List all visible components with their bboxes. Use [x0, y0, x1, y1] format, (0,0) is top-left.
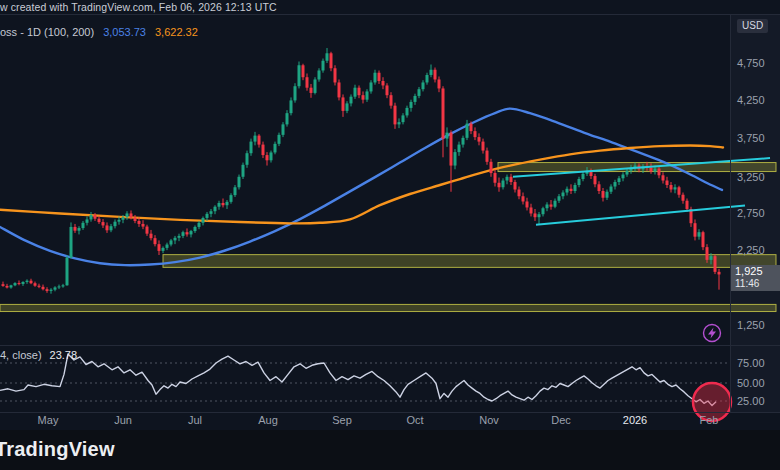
candle-body [514, 182, 517, 189]
candle-body [142, 224, 145, 227]
candle-body [678, 187, 681, 194]
candle-body [150, 234, 153, 238]
candle-body [358, 88, 361, 95]
candle-body [522, 196, 525, 201]
candle-body [526, 201, 529, 207]
candle-body [62, 285, 65, 286]
candle-body [46, 289, 49, 291]
candle-body [78, 228, 81, 231]
candle-body [410, 102, 413, 108]
candle-body [718, 272, 721, 275]
candle-body [714, 256, 717, 272]
candle-body [290, 100, 293, 113]
candle-body [334, 68, 337, 82]
candle-body [90, 215, 93, 219]
candle-body [110, 226, 113, 230]
candle-body [102, 222, 105, 225]
candle-body [390, 95, 393, 105]
candle-body [66, 258, 69, 286]
candle-body [162, 248, 165, 251]
candle-body [182, 232, 185, 236]
candle-body [670, 185, 673, 189]
candle-body [314, 79, 317, 92]
candle-body [202, 218, 205, 223]
candle-body [250, 142, 253, 154]
candle-body [286, 113, 289, 124]
candle-body [574, 185, 577, 191]
candle-body [342, 97, 345, 110]
candle-body [246, 153, 249, 165]
candle-body [462, 138, 465, 145]
candle-body [430, 70, 433, 75]
chart-background [0, 0, 780, 470]
candle-body [382, 81, 385, 85]
candle-body [214, 207, 217, 211]
candle-body [394, 106, 397, 125]
candle-body [398, 122, 401, 124]
candle-body [158, 244, 161, 251]
candle-body [186, 232, 189, 234]
candle-body [70, 227, 73, 258]
candle-body [354, 88, 357, 97]
candle-body [166, 245, 169, 248]
candle-body [494, 173, 497, 183]
candle-body [578, 179, 581, 185]
candle-body [490, 162, 493, 173]
candle-body [510, 177, 513, 182]
candle-body [478, 137, 481, 141]
candle-body [34, 283, 37, 285]
candle-body [558, 196, 561, 200]
candle-body [254, 136, 257, 142]
candle-body [298, 65, 301, 86]
candle-body [486, 151, 489, 162]
candle-body [134, 218, 137, 221]
lower-support-zone[interactable] [0, 304, 776, 311]
candle-body [666, 181, 669, 185]
candle-body [366, 91, 369, 99]
candle-body [626, 171, 629, 175]
candle-body [610, 187, 613, 192]
oversold-circle[interactable] [693, 383, 731, 421]
candle-body [234, 187, 237, 195]
candle-body [682, 195, 685, 201]
candle-body [126, 213, 129, 217]
candle-body [350, 97, 353, 104]
candle-body [686, 201, 689, 209]
candle-body [330, 53, 333, 68]
candle-body [206, 214, 209, 218]
candle-body [434, 70, 437, 80]
candle-body [222, 203, 225, 205]
candle-body [154, 238, 157, 244]
candle-body [174, 238, 177, 241]
candle-body [622, 175, 625, 179]
candle-body [198, 223, 201, 227]
candle-body [306, 77, 309, 87]
candle-body [178, 236, 181, 238]
candle-body [542, 208, 545, 214]
candle-body [338, 82, 341, 97]
candle-body [370, 82, 373, 91]
candle-body [482, 142, 485, 151]
candle-body [698, 232, 701, 236]
candle-body [570, 189, 573, 191]
candle-body [58, 286, 61, 287]
candle-body [6, 286, 9, 288]
candle-body [566, 189, 569, 193]
candle-body [22, 282, 25, 284]
candle-body [378, 73, 381, 81]
candle-body [618, 178, 621, 182]
candle-body [114, 222, 117, 226]
candle-body [82, 223, 85, 228]
candle-body [2, 284, 5, 286]
candle-body [706, 247, 709, 260]
candle-body [146, 227, 149, 234]
candle-body [218, 203, 221, 207]
candle-body [606, 192, 609, 198]
price-chart-canvas[interactable] [0, 0, 780, 470]
tradingview-logo: TradingView [0, 438, 115, 461]
candle-body [122, 217, 125, 220]
mid-support-zone[interactable] [163, 255, 776, 268]
candle-body [710, 256, 713, 260]
candle-body [210, 211, 213, 214]
candle-body [38, 286, 41, 287]
